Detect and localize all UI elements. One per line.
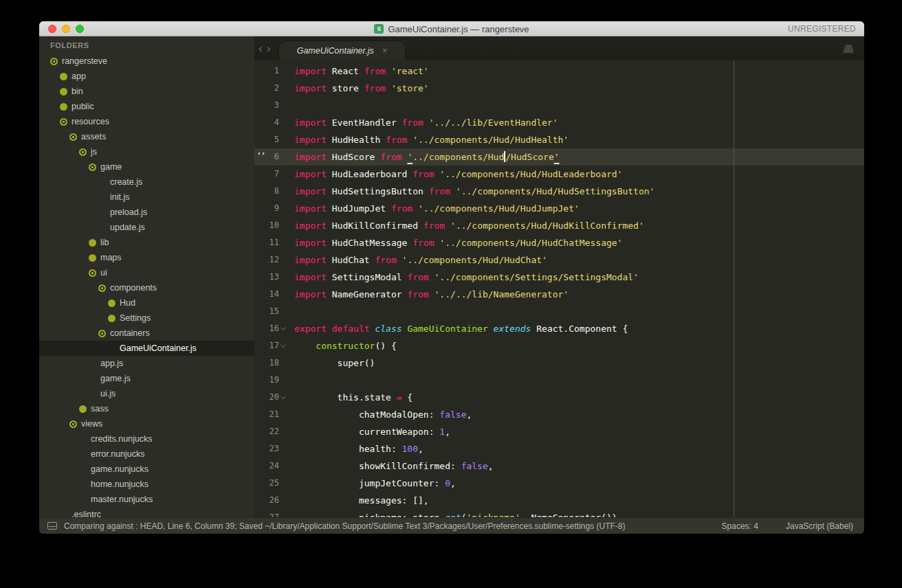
- tree-file-error.nunjucks[interactable]: error.nunjucks: [39, 446, 254, 462]
- gutter: 2: [254, 80, 287, 97]
- tree-item-label: preload.js: [110, 207, 147, 217]
- line-number: 7: [274, 169, 279, 179]
- code-line-10[interactable]: 10import HudKillConfirmed from '../compo…: [254, 217, 864, 234]
- gutter: 13: [254, 269, 287, 286]
- back-arrow-icon[interactable]: ‹: [258, 42, 263, 56]
- tree-file-game.js[interactable]: game.js: [39, 371, 254, 386]
- tree-folder-Hud[interactable]: Hud: [39, 295, 254, 310]
- gutter: 24: [254, 457, 287, 475]
- tree-folder-app[interactable]: app: [39, 69, 254, 84]
- tree-folder-components[interactable]: components: [39, 280, 254, 295]
- tree-folder-bin[interactable]: bin: [39, 84, 254, 99]
- code-line-23[interactable]: 23 health: 100,: [254, 440, 864, 457]
- code-line-11[interactable]: 11import HudChatMessage from '../compone…: [254, 234, 864, 251]
- tree-folder-Settings[interactable]: Settings: [39, 310, 254, 326]
- code-line-4[interactable]: 4import EventHandler from '../../lib/Eve…: [254, 114, 864, 131]
- fold-chevron-icon[interactable]: [280, 326, 287, 332]
- code-line-1[interactable]: 1import React from 'react': [254, 63, 864, 80]
- tree-folder-public[interactable]: public: [39, 99, 254, 114]
- code-line-21[interactable]: 21 chatModalOpen: false,: [254, 406, 864, 423]
- tree-file-master.nunjucks[interactable]: master.nunjucks: [39, 492, 254, 507]
- code-area[interactable]: 1import React from 'react'2import store …: [254, 60, 864, 517]
- tree-file-GameUiContainer.js[interactable]: GameUiContainer.js: [39, 341, 254, 356]
- tree-item-label: js: [91, 147, 97, 157]
- code-line-14[interactable]: 14import NameGenerator from '../../lib/N…: [254, 286, 864, 303]
- tree-folder-sass[interactable]: sass: [39, 401, 254, 416]
- line-content: import HudJumpJet from '../components/Hu…: [287, 200, 580, 217]
- tab-gameuicontainer[interactable]: GameUiContainer.js ×: [278, 41, 406, 60]
- tree-folder-resources[interactable]: resources: [39, 114, 254, 129]
- folder-open-icon: [69, 133, 77, 141]
- tree-folder-containers[interactable]: containers: [39, 326, 254, 341]
- document-proxy-icon[interactable]: s: [374, 24, 384, 34]
- code-line-12[interactable]: 12import HudChat from '../components/Hud…: [254, 251, 864, 269]
- code-line-16[interactable]: 16export default class GameUiContainer e…: [254, 320, 864, 337]
- line-number: 22: [270, 427, 279, 436]
- tree-folder-maps[interactable]: maps: [39, 250, 254, 265]
- editor-pane: ‹ › GameUiContainer.js × 1import React f…: [254, 36, 864, 517]
- tree-file-init.js[interactable]: init.js: [39, 190, 254, 205]
- code-line-19[interactable]: 19: [254, 372, 864, 389]
- code-line-15[interactable]: 15: [254, 303, 864, 320]
- tab-close-icon[interactable]: ×: [382, 47, 388, 55]
- line-number: 20: [270, 392, 279, 402]
- tree-item-label: game.nunjucks: [91, 464, 148, 474]
- fold-chevron-icon[interactable]: [280, 343, 287, 349]
- line-number: 3: [274, 100, 279, 110]
- tree-item-label: containers: [110, 328, 150, 338]
- tree-file-.eslintrc[interactable]: .eslintrc: [39, 507, 254, 517]
- fold-chevron-icon[interactable]: [280, 394, 287, 400]
- code-line-17[interactable]: 17 constructor() {: [254, 337, 864, 354]
- tree-item-label: create.js: [110, 177, 142, 187]
- code-line-7[interactable]: 7import HudLeaderboard from '../componen…: [254, 166, 864, 183]
- tree-folder-ui[interactable]: ui: [39, 265, 254, 280]
- line-number: 13: [270, 272, 279, 282]
- tree-file-ui.js[interactable]: ui.js: [39, 386, 254, 401]
- tree-file-preload.js[interactable]: preload.js: [39, 205, 254, 220]
- column-ruler: [734, 60, 734, 517]
- syntax-setting[interactable]: JavaScript (Babel): [786, 521, 853, 531]
- tree-folder-js[interactable]: js: [39, 144, 254, 159]
- code-line-26[interactable]: 26 messages: [],: [254, 492, 864, 509]
- tree-file-game.nunjucks[interactable]: game.nunjucks: [39, 462, 254, 477]
- code-line-2[interactable]: 2import store from 'store': [254, 80, 864, 97]
- tree-item-label: lib: [100, 238, 109, 247]
- code-line-9[interactable]: 9import HudJumpJet from '../components/H…: [254, 200, 864, 217]
- title-bar[interactable]: s GameUiContainer.js — rangersteve UNREG…: [39, 21, 864, 36]
- tree-file-credits.nunjucks[interactable]: credits.nunjucks: [39, 431, 254, 446]
- code-line-13[interactable]: 13import SettingsModal from '../componen…: [254, 269, 864, 286]
- tab-overflow-icon[interactable]: [843, 45, 854, 53]
- tree-folder-rangersteve[interactable]: rangersteve: [39, 54, 254, 69]
- gutter: 8: [254, 183, 287, 200]
- tree-file-app.js[interactable]: app.js: [39, 356, 254, 371]
- folder-closed-icon: [60, 88, 67, 95]
- code-line-3[interactable]: 3: [254, 97, 864, 114]
- gutter: 11: [254, 234, 287, 251]
- forward-arrow-icon[interactable]: ›: [267, 42, 271, 56]
- tree-file-create.js[interactable]: create.js: [39, 174, 254, 190]
- line-content: export default class GameUiContainer ext…: [287, 320, 628, 337]
- code-line-20[interactable]: 20 this.state = {: [254, 389, 864, 406]
- panel-toggle-icon[interactable]: [47, 522, 57, 530]
- tree-item-label: credits.nunjucks: [91, 434, 153, 444]
- code-line-22[interactable]: 22 currentWeapon: 1,: [254, 423, 864, 440]
- tree-folder-game[interactable]: game: [39, 159, 254, 174]
- code-line-27[interactable]: 27 nickname: store.get('nickname', NameG…: [254, 509, 864, 517]
- code-line-6[interactable]: ’’6import HudScore from '../components/H…: [254, 148, 864, 166]
- tree-file-update.js[interactable]: update.js: [39, 220, 254, 235]
- line-content: import NameGenerator from '../../lib/Nam…: [287, 286, 569, 303]
- code-line-25[interactable]: 25 jumpJetCounter: 0,: [254, 475, 864, 492]
- tree-file-home.nunjucks[interactable]: home.nunjucks: [39, 477, 254, 492]
- indent-setting[interactable]: Spaces: 4: [722, 521, 758, 531]
- code-line-8[interactable]: 8import HudSettingsButton from '../compo…: [254, 183, 864, 200]
- code-line-5[interactable]: 5import HudHealth from '../components/Hu…: [254, 131, 864, 148]
- tree-item-label: GameUiContainer.js: [120, 343, 197, 353]
- code-line-18[interactable]: 18 super(): [254, 354, 864, 372]
- window-title-group: s GameUiContainer.js — rangersteve: [39, 21, 864, 36]
- window-title: GameUiContainer.js — rangersteve: [388, 24, 529, 34]
- tree-item-label: views: [81, 419, 102, 429]
- code-line-24[interactable]: 24 showKillConfirmed: false,: [254, 457, 864, 475]
- tree-folder-lib[interactable]: lib: [39, 235, 254, 250]
- tree-folder-assets[interactable]: assets: [39, 129, 254, 144]
- tree-folder-views[interactable]: views: [39, 416, 254, 431]
